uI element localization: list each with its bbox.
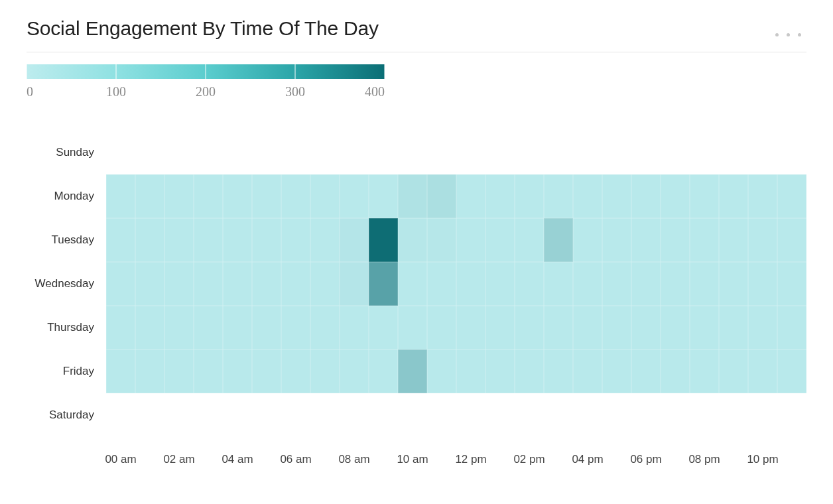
heatmap-cell[interactable] [777,349,806,393]
heatmap-cell[interactable] [427,393,456,437]
heatmap-cell[interactable] [602,174,631,218]
heatmap-cell[interactable] [398,131,427,174]
heatmap-cell[interactable] [544,174,573,218]
heatmap-cell[interactable] [602,131,631,174]
heatmap-cell[interactable] [194,218,223,262]
heatmap-cell[interactable] [485,349,515,393]
heatmap-cell[interactable] [310,174,340,218]
heatmap-cell[interactable] [456,131,485,174]
heatmap-cell[interactable] [602,306,631,349]
heatmap-cell[interactable] [719,218,748,262]
heatmap-cell[interactable] [281,393,310,437]
heatmap-cell[interactable] [456,218,485,262]
heatmap-cell[interactable] [515,174,544,218]
heatmap-cell[interactable] [310,306,340,349]
heatmap-cell[interactable] [281,306,310,349]
heatmap-cell[interactable] [427,131,456,174]
heatmap-cell[interactable] [631,131,661,174]
heatmap-cell[interactable] [631,262,661,306]
heatmap-cell[interactable] [398,218,427,262]
heatmap-cell[interactable] [135,218,164,262]
heatmap-cell[interactable] [369,218,398,262]
heatmap-cell[interactable] [427,262,456,306]
heatmap-cell[interactable] [719,306,748,349]
heatmap-cell[interactable] [748,131,777,174]
heatmap-cell[interactable] [398,393,427,437]
heatmap-cell[interactable] [719,349,748,393]
heatmap-cell[interactable] [340,349,369,393]
heatmap-cell[interactable] [223,306,252,349]
heatmap-cell[interactable] [252,131,281,174]
heatmap-cell[interactable] [164,306,194,349]
heatmap-cell[interactable] [690,262,719,306]
heatmap-cell[interactable] [661,393,690,437]
heatmap-cell[interactable] [164,349,194,393]
heatmap-cell[interactable] [106,393,135,437]
heatmap-cell[interactable] [690,393,719,437]
heatmap-cell[interactable] [661,174,690,218]
heatmap-cell[interactable] [398,174,427,218]
heatmap-cell[interactable] [719,174,748,218]
heatmap-cell[interactable] [281,174,310,218]
heatmap-cell[interactable] [369,174,398,218]
heatmap-cell[interactable] [544,349,573,393]
heatmap-cell[interactable] [252,349,281,393]
heatmap-cell[interactable] [748,306,777,349]
heatmap-cell[interactable] [631,393,661,437]
heatmap-cell[interactable] [515,131,544,174]
heatmap-cell[interactable] [456,349,485,393]
heatmap-cell[interactable] [661,131,690,174]
heatmap-cell[interactable] [135,393,164,437]
heatmap-cell[interactable] [252,393,281,437]
heatmap-cell[interactable] [369,131,398,174]
heatmap-cell[interactable] [573,262,602,306]
heatmap-cell[interactable] [690,306,719,349]
heatmap-cell[interactable] [456,306,485,349]
heatmap-cell[interactable] [106,131,135,174]
heatmap-cell[interactable] [485,306,515,349]
heatmap-cell[interactable] [252,218,281,262]
heatmap-cell[interactable] [398,306,427,349]
heatmap-cell[interactable] [194,131,223,174]
heatmap-cell[interactable] [252,306,281,349]
heatmap-cell[interactable] [690,349,719,393]
heatmap-cell[interactable] [573,393,602,437]
heatmap-cell[interactable] [252,174,281,218]
heatmap-cell[interactable] [223,131,252,174]
heatmap-cell[interactable] [544,262,573,306]
heatmap-cell[interactable] [164,262,194,306]
heatmap-cell[interactable] [223,218,252,262]
heatmap-cell[interactable] [340,262,369,306]
heatmap-cell[interactable] [748,174,777,218]
heatmap-cell[interactable] [748,393,777,437]
heatmap-cell[interactable] [456,393,485,437]
heatmap-cell[interactable] [748,262,777,306]
heatmap-cell[interactable] [544,131,573,174]
heatmap-cell[interactable] [398,349,427,393]
heatmap-cell[interactable] [369,262,398,306]
heatmap-cell[interactable] [310,131,340,174]
heatmap-cell[interactable] [310,218,340,262]
heatmap-cell[interactable] [573,174,602,218]
heatmap-cell[interactable] [456,174,485,218]
heatmap-cell[interactable] [573,349,602,393]
heatmap-cell[interactable] [573,306,602,349]
heatmap-cell[interactable] [310,393,340,437]
heatmap-cell[interactable] [194,349,223,393]
heatmap-cell[interactable] [340,393,369,437]
heatmap-cell[interactable] [515,349,544,393]
heatmap-cell[interactable] [310,349,340,393]
heatmap-cell[interactable] [631,306,661,349]
heatmap-cell[interactable] [485,131,515,174]
heatmap-cell[interactable] [719,262,748,306]
heatmap-cell[interactable] [544,306,573,349]
heatmap-cell[interactable] [164,174,194,218]
heatmap-cell[interactable] [194,262,223,306]
heatmap-cell[interactable] [281,218,310,262]
heatmap-cell[interactable] [135,131,164,174]
heatmap-cell[interactable] [661,218,690,262]
heatmap-cell[interactable] [602,393,631,437]
heatmap-cell[interactable] [661,306,690,349]
heatmap-cell[interactable] [602,218,631,262]
heatmap-cell[interactable] [661,349,690,393]
